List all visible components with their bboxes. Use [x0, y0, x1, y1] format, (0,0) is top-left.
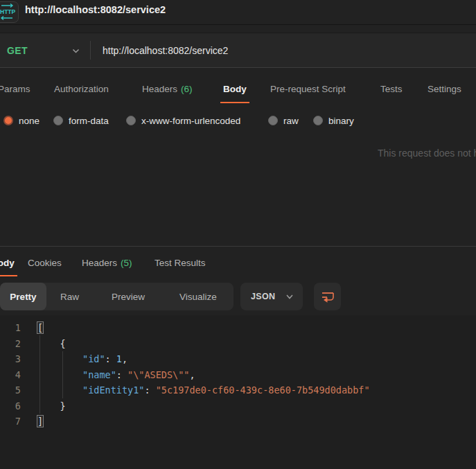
- response-tab-headers[interactable]: Headers(5): [82, 247, 132, 278]
- response-toolbar: Pretty Raw Preview Visualize JSON: [0, 283, 476, 310]
- wrap-lines-icon: [320, 290, 335, 303]
- tab-authorization[interactable]: Authorization: [54, 68, 109, 105]
- radio-raw[interactable]: raw: [268, 105, 299, 136]
- radio-x-www-form-urlencoded[interactable]: x-www-form-urlencoded: [126, 105, 240, 136]
- code-text: }: [37, 400, 66, 412]
- indent-guide: [62, 351, 63, 398]
- radio-label: binary: [328, 116, 354, 126]
- code-text: "id": 1,: [37, 353, 127, 364]
- view-tab-label: Visualize: [179, 292, 217, 302]
- tab-tests[interactable]: Tests: [380, 68, 403, 105]
- request-tab-title: http://localhost:8082/service2: [25, 4, 166, 15]
- radio-dot-icon: [313, 116, 323, 125]
- indent-guide: [39, 335, 40, 414]
- tab-count: (6): [181, 84, 193, 94]
- radio-label: none: [19, 116, 39, 126]
- radio-binary[interactable]: binary: [313, 105, 354, 136]
- radio-none[interactable]: none: [3, 105, 39, 136]
- radio-form-data[interactable]: form-data: [53, 105, 109, 136]
- tab-label: Cookies: [28, 258, 62, 268]
- view-tab-label: Preview: [112, 292, 145, 302]
- http-request-icon: HTTP: [0, 1, 19, 23]
- format-dropdown[interactable]: JSON: [240, 283, 303, 310]
- request-tabs: Params Authorization Headers(6) Body Pre…: [0, 68, 476, 105]
- view-tab-label: Raw: [60, 292, 79, 302]
- code-line: 5 "idEntity1": "5c197de0-cf60-439c-8e60-…: [0, 382, 476, 398]
- code-line: 1[: [0, 320, 476, 336]
- response-tabs: Body Cookies Headers(5) Test Results: [0, 247, 476, 278]
- view-tab-visualize[interactable]: Visualize: [170, 283, 227, 310]
- tab-label: Headers: [142, 84, 177, 94]
- empty-body-message: This request does not have a body: [378, 148, 476, 159]
- window-topbar: HTTP http://localhost:8082/service2: [0, 0, 476, 25]
- tab-pre-request-script[interactable]: Pre-request Script: [270, 68, 346, 105]
- tab-label: Params: [0, 84, 30, 94]
- view-tab-raw[interactable]: Raw: [52, 283, 87, 310]
- radio-label: form-data: [69, 116, 109, 126]
- code-line: 2 {: [0, 336, 476, 352]
- code-line: 3 "id": 1,: [0, 351, 476, 367]
- body-type-options: none form-data x-www-form-urlencoded raw…: [0, 105, 476, 136]
- view-mode-switcher: Pretty Raw Preview Visualize: [0, 283, 233, 310]
- wrap-lines-button[interactable]: [314, 283, 341, 310]
- chevron-down-icon: [285, 294, 294, 300]
- view-tab-pretty[interactable]: Pretty: [0, 283, 46, 310]
- code-text: {: [37, 338, 66, 349]
- tab-label: Tests: [380, 84, 403, 94]
- line-number: 7: [0, 414, 21, 430]
- line-number: 1: [0, 320, 21, 336]
- radio-dot-icon: [268, 116, 278, 125]
- tab-label: Pre-request Script: [270, 84, 346, 94]
- divider: [90, 41, 91, 60]
- line-number: 5: [0, 382, 21, 398]
- tab-params[interactable]: Params: [0, 68, 34, 105]
- code-line: 4 "name": "\"ASEDS\"",: [0, 367, 476, 383]
- code-text: ]: [37, 416, 43, 427]
- tab-label: Body: [223, 84, 247, 94]
- chevron-down-icon[interactable]: [71, 46, 80, 55]
- radio-dot-icon: [53, 116, 63, 125]
- method-selector[interactable]: GET: [7, 33, 28, 67]
- tab-label: Test Results: [155, 258, 206, 268]
- code-editor[interactable]: 1[2 {3 "id": 1,4 "name": "\"ASEDS\"",5 "…: [0, 315, 476, 469]
- url-input[interactable]: http://localhost:8082/service2: [103, 33, 228, 67]
- radio-dot-icon: [3, 116, 13, 125]
- tab-label: Body: [0, 258, 15, 268]
- line-number: 6: [0, 398, 21, 414]
- view-tab-label: Pretty: [10, 292, 36, 302]
- radio-label: x-www-form-urlencoded: [141, 116, 240, 126]
- tab-count: (5): [121, 258, 132, 268]
- format-dropdown-value: JSON: [251, 283, 275, 310]
- tab-label: Headers: [82, 258, 117, 268]
- code-line: 7]: [0, 414, 476, 430]
- line-number: 4: [0, 367, 21, 383]
- radio-label: raw: [283, 116, 299, 126]
- tab-headers[interactable]: Headers(6): [142, 68, 193, 105]
- line-number: 2: [0, 336, 21, 352]
- tab-settings[interactable]: Settings: [427, 68, 461, 105]
- tab-label: Settings: [427, 84, 461, 94]
- tab-label: Authorization: [54, 84, 109, 94]
- radio-dot-icon: [126, 116, 136, 125]
- code-text: "idEntity1": "5c197de0-cf60-439c-8e60-7b…: [37, 384, 370, 396]
- code-line: 6 }: [0, 398, 476, 414]
- url-bar: GET http://localhost:8082/service2: [0, 33, 476, 68]
- view-tab-preview[interactable]: Preview: [100, 283, 156, 310]
- code-text: [: [37, 322, 43, 333]
- tab-body[interactable]: Body: [223, 68, 247, 105]
- response-tab-cookies[interactable]: Cookies: [28, 247, 62, 278]
- response-tab-body[interactable]: Body: [0, 247, 15, 278]
- svg-text:HTTP: HTTP: [0, 8, 16, 15]
- line-number: 3: [0, 351, 21, 367]
- response-tab-test-results[interactable]: Test Results: [155, 247, 206, 278]
- code-text: "name": "\"ASEDS\"",: [37, 369, 195, 380]
